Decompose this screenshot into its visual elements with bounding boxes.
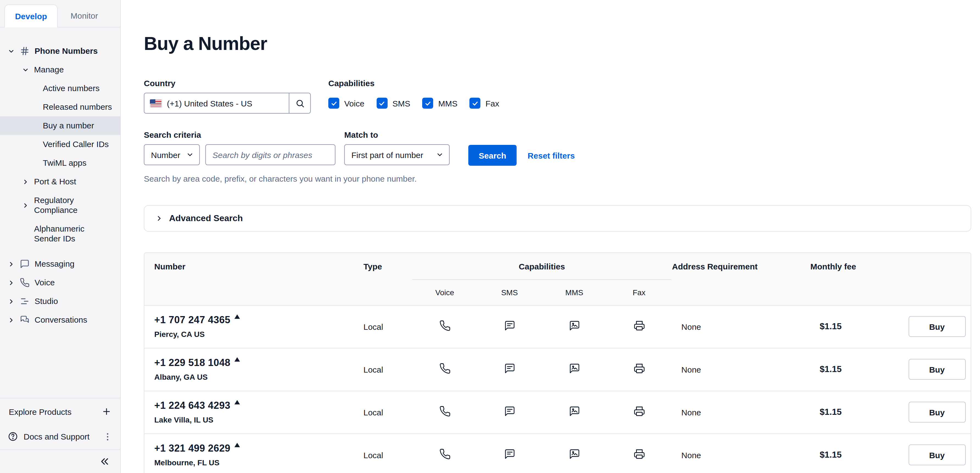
collapse-sidebar-icon[interactable] [99,456,110,467]
checkbox-label: MMS [438,98,457,108]
address-requirement-cell: None [671,305,810,348]
mms-capability-icon [568,363,580,374]
sidebar-item-label: Verified Caller IDs [43,140,109,149]
caret-up-icon [234,400,240,405]
sidebar-item-studio[interactable]: Studio [0,292,120,311]
search-input[interactable] [205,144,336,165]
number-cell: +1 707 247 4365 Piercy, CA US [145,305,363,348]
mms-capability-icon [568,320,580,332]
explore-products-label: Explore Products [9,407,72,416]
capabilities-group: Capabilities Voice SMS MMS [328,78,499,114]
checkbox-checked-icon[interactable] [328,98,339,109]
monthly-fee-cell: $1.15 [810,433,903,473]
checkbox-checked-icon[interactable] [469,98,480,109]
chevron-down-icon [186,151,194,159]
country-select[interactable]: (+1) United States - US [144,93,311,114]
sidebar-item-label: Buy a number [43,121,94,130]
chevron-right-icon [8,298,15,305]
criteria-select-value: Number [151,150,180,159]
sidebar-item-verified-caller-ids[interactable]: Verified Caller IDs [0,135,120,154]
country-label: Country [144,78,311,88]
checkbox-sms[interactable]: SMS [376,98,410,109]
tab-monitor[interactable]: Monitor [58,5,111,27]
voice-capability-icon [439,448,450,460]
country-search-button[interactable] [289,93,310,113]
fax-capability-icon [633,448,645,460]
buy-button[interactable]: Buy [908,316,966,337]
fax-capability-icon [633,363,645,374]
checkbox-checked-icon[interactable] [376,98,387,109]
checkbox-fax[interactable]: Fax [469,98,499,109]
type-cell: Local [363,305,412,348]
sidebar-item-released-numbers[interactable]: Released numbers [0,98,120,116]
phone-number: +1 229 518 1048 [154,357,230,369]
advanced-search-label: Advanced Search [169,213,243,223]
checkbox-voice[interactable]: Voice [328,98,364,109]
chevron-down-icon [436,151,444,159]
docs-and-support[interactable]: Docs and Support [0,425,120,449]
sidebar-item-voice[interactable]: Voice [0,273,120,292]
sidebar-collapse-row [0,449,120,473]
sidebar-item-alphanumeric-sender-ids[interactable]: Alphanumeric Sender IDs [0,219,120,248]
chevron-right-icon [8,316,15,324]
sidebar-item-label: Studio [35,296,58,306]
type-cell: Local [363,391,412,433]
country-group: Country (+1) United States - US [144,78,311,114]
table-row: +1 707 247 4365 Piercy, CA US Local None… [145,305,970,348]
search-icon [295,98,304,108]
table-header: Number Type Capabilities Address Require… [145,253,970,305]
sidebar-item-regulatory-compliance[interactable]: Regulatory Compliance [0,191,120,219]
voice-capability-icon [439,405,450,417]
sidebar-item-twiml-apps[interactable]: TwiML apps [0,154,120,172]
advanced-search-toggle[interactable]: Advanced Search [144,205,971,232]
kebab-menu-icon[interactable] [103,432,113,441]
checkbox-label: Fax [485,98,499,108]
search-button[interactable]: Search [468,145,517,166]
sidebar-bottom: Explore Products Docs and Support [0,398,120,473]
caret-up-icon [234,314,240,319]
sidebar-item-label: Manage [34,65,64,75]
subcol-fax: Fax [607,279,671,305]
sidebar-item-messaging[interactable]: Messaging [0,255,120,273]
mms-capability-icon [568,405,580,417]
location: Albany, GA US [154,373,362,381]
sms-capability-icon [504,448,515,460]
location: Melbourne, FL US [154,458,362,467]
sidebar-item-phone-numbers[interactable]: Phone Numbers [0,42,120,60]
voice-capability-icon [439,363,450,374]
sidebar-item-label: Regulatory Compliance [34,195,99,215]
sidebar-item-active-numbers[interactable]: Active numbers [0,79,120,98]
sidebar-item-manage[interactable]: Manage [0,60,120,79]
checkbox-checked-icon[interactable] [422,98,433,109]
sidebar-item-buy-a-number[interactable]: Buy a number [0,116,120,135]
reset-filters-link[interactable]: Reset filters [528,151,575,160]
tab-develop[interactable]: Develop [5,5,58,27]
buy-button[interactable]: Buy [908,444,966,465]
table-row: +1 229 518 1048 Albany, GA US Local None… [145,348,970,391]
match-to-select[interactable]: First part of number [344,144,450,165]
plus-icon[interactable] [102,406,111,416]
search-helper-text: Search by area code, prefix, or characte… [144,174,971,183]
capabilities-label: Capabilities [328,78,499,88]
main-content: Buy a Number Country (+1) United States … [121,0,980,473]
sidebar-nav: Phone Numbers Manage Active numbers Rele… [0,27,120,398]
buy-button[interactable]: Buy [908,402,966,422]
checkbox-mms[interactable]: MMS [422,98,457,109]
col-header-number: Number [145,253,363,305]
phone-icon [20,278,30,287]
sidebar-item-conversations[interactable]: Conversations [0,311,120,329]
address-requirement-cell: None [671,433,810,473]
voice-capability-icon [439,320,450,332]
country-select-value[interactable]: (+1) United States - US [145,93,289,113]
col-header-address: Address Requirement [671,253,810,305]
buy-button[interactable]: Buy [908,359,966,380]
explore-products[interactable]: Explore Products [0,398,120,425]
col-header-type: Type [363,253,412,305]
search-criteria-label: Search criteria [144,130,336,140]
sidebar-item-port-and-host[interactable]: Port & Host [0,172,120,191]
location: Piercy, CA US [154,330,362,338]
match-to-select-value: First part of number [352,150,423,159]
app-root: Develop Monitor Phone Numbers Manage Act… [0,0,980,473]
criteria-select[interactable]: Number [144,144,200,165]
subcol-mms: MMS [542,279,607,305]
